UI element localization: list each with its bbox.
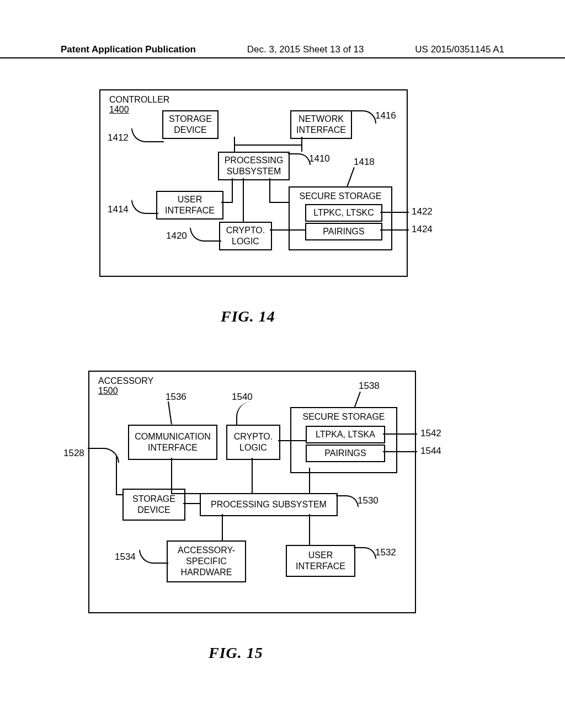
page-header: Patent Application Publication Dec. 3, 2… bbox=[0, 44, 565, 58]
fig14-ref-1412: 1412 bbox=[108, 132, 129, 143]
header-right: US 2015/0351145 A1 bbox=[415, 44, 504, 55]
fig15-ref-1540: 1540 bbox=[232, 392, 253, 403]
fig14-ref-1416: 1416 bbox=[375, 110, 396, 121]
fig15-accessory-hw-box: ACCESSORY- SPECIFIC HARDWARE bbox=[167, 540, 246, 582]
fig14-caption: FIG. 14 bbox=[221, 308, 275, 325]
fig14-ref-1418: 1418 bbox=[354, 157, 375, 168]
fig14-ref-1420: 1420 bbox=[166, 231, 187, 242]
fig14-crypto-logic-box: CRYPTO. LOGIC bbox=[219, 222, 272, 250]
fig15-ref-1528: 1528 bbox=[63, 448, 84, 459]
fig14-ltpkc-box: LTPKC, LTSKC bbox=[305, 204, 382, 222]
fig14-storage-device-box: STORAGE DEVICE bbox=[162, 110, 218, 139]
fig14-ref-1410: 1410 bbox=[309, 153, 330, 164]
page: Patent Application Publication Dec. 3, 2… bbox=[0, 0, 565, 728]
fig15-communication-interface-box: COMMUNICATION INTERFACE bbox=[128, 425, 217, 460]
fig15-processing-subsystem-box: PROCESSING SUBSYSTEM bbox=[200, 493, 338, 516]
header-center: Dec. 3, 2015 Sheet 13 of 13 bbox=[247, 44, 364, 55]
fig15-ref-1538: 1538 bbox=[359, 381, 380, 392]
fig15-caption: FIG. 15 bbox=[209, 644, 263, 662]
fig14-ref-1424: 1424 bbox=[412, 224, 433, 235]
fig14-user-interface-box: USER INTERFACE bbox=[156, 191, 223, 220]
fig14-ref-1422: 1422 bbox=[412, 206, 433, 217]
fig15-ref-1544: 1544 bbox=[420, 446, 441, 457]
fig14-title: CONTROLLER 1400 bbox=[109, 95, 169, 115]
fig14-network-interface-box: NETWORK INTERFACE bbox=[290, 110, 352, 139]
fig14-processing-subsystem-box: PROCESSING SUBSYSTEM bbox=[218, 152, 290, 180]
fig15-ref-1530: 1530 bbox=[358, 495, 379, 506]
fig15-ref-1542: 1542 bbox=[420, 428, 441, 439]
fig15-ref-1532: 1532 bbox=[375, 547, 396, 558]
fig14-pairings-box: PAIRINGS bbox=[305, 223, 382, 240]
fig14-ref-1414: 1414 bbox=[108, 204, 129, 215]
fig15-title: ACCESSORY 1500 bbox=[98, 376, 153, 396]
header-left: Patent Application Publication bbox=[61, 44, 196, 55]
fig15-ref-1534: 1534 bbox=[115, 552, 136, 563]
fig15-crypto-logic-box: CRYPTO. LOGIC bbox=[226, 425, 280, 460]
fig15-pairings-box: PAIRINGS bbox=[306, 445, 385, 462]
fig15-user-interface-box: USER INTERFACE bbox=[286, 545, 355, 577]
fig15-ltpka-box: LTPKA, LTSKA bbox=[306, 426, 385, 443]
